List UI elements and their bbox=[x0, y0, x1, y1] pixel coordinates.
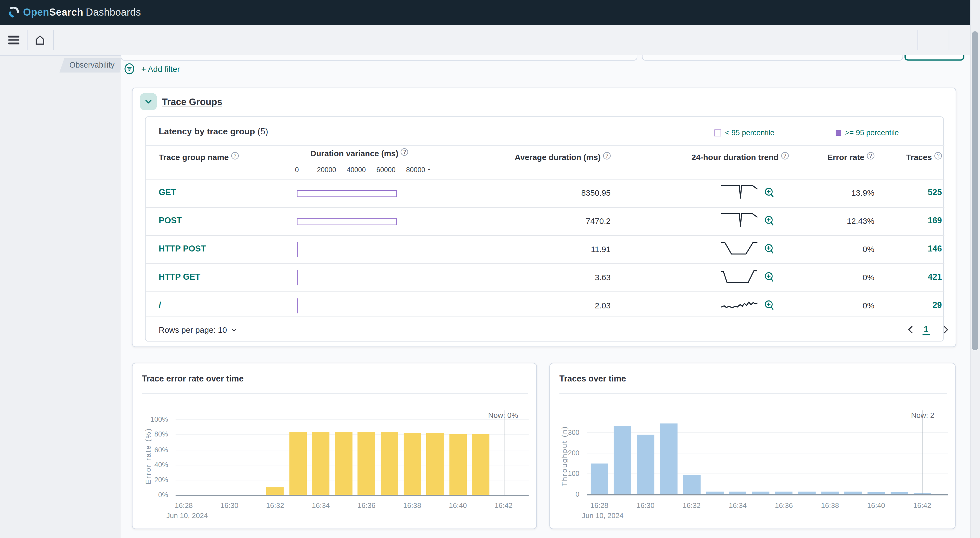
magnify-trend-icon[interactable] bbox=[764, 300, 775, 311]
trace-group-link[interactable]: HTTP POST bbox=[159, 244, 206, 253]
avg-duration-value: 8350.95 bbox=[483, 188, 611, 198]
variance-axis-tick: 60000 bbox=[376, 166, 395, 173]
chevron-down-icon bbox=[231, 326, 238, 333]
x-tick-label: 16:36 bbox=[357, 501, 375, 509]
legend-label: >= 95 percentile bbox=[845, 128, 899, 137]
table-row: /2.030%29 bbox=[146, 291, 945, 319]
divider bbox=[917, 30, 918, 50]
col-average-duration[interactable]: Average duration (ms)? bbox=[483, 152, 611, 162]
opensearch-dashboards-app: OpenSearchDashboards ObservabilityTrace … bbox=[0, 0, 980, 538]
trace-groups-title-link[interactable]: Trace Groups bbox=[162, 96, 222, 107]
chart-bar bbox=[798, 492, 816, 494]
info-icon[interactable]: ? bbox=[867, 152, 874, 159]
col-duration-variance[interactable]: Duration variance (ms)? bbox=[297, 148, 422, 158]
trace-group-link[interactable]: HTTP GET bbox=[159, 272, 200, 281]
gridline bbox=[587, 432, 948, 433]
next-page-button[interactable] bbox=[940, 324, 951, 335]
variance-zero-bar bbox=[297, 298, 298, 313]
divider bbox=[142, 394, 528, 394]
x-tick-label: 16:30 bbox=[636, 501, 655, 509]
traces-count-link[interactable]: 421 bbox=[896, 272, 942, 281]
info-icon[interactable]: ? bbox=[603, 152, 611, 159]
scrollbar-thumb[interactable] bbox=[972, 31, 978, 350]
table-row: HTTP POST11.910%146 bbox=[146, 235, 945, 263]
x-tick-label: 16:32 bbox=[682, 501, 700, 509]
search-input[interactable] bbox=[121, 55, 637, 61]
page-number[interactable]: 1 bbox=[923, 324, 930, 335]
y-tick-label: 200 bbox=[554, 449, 579, 457]
traces-count-link[interactable]: 29 bbox=[896, 300, 942, 310]
collapse-chevron-button[interactable] bbox=[140, 93, 157, 110]
trace-group-link[interactable]: / bbox=[159, 300, 161, 310]
x-tick-label: 16:42 bbox=[913, 501, 931, 509]
trace-group-link[interactable]: POST bbox=[159, 216, 182, 225]
latency-table-panel: Latency by trace group (5) < 95 percenti… bbox=[145, 116, 943, 342]
traces-count-link[interactable]: 146 bbox=[896, 244, 942, 253]
info-icon[interactable]: ? bbox=[231, 152, 239, 159]
legend-lt95: < 95 percentile bbox=[714, 128, 775, 137]
add-filter-button[interactable]: + Add filter bbox=[142, 64, 180, 73]
filter-icon[interactable] bbox=[124, 63, 135, 74]
chart-bar bbox=[312, 432, 329, 495]
y-tick-label: 20% bbox=[143, 476, 168, 483]
now-marker-line bbox=[922, 410, 923, 494]
chart-bar bbox=[660, 423, 677, 494]
info-icon[interactable]: ? bbox=[401, 148, 408, 156]
col-duration-trend[interactable]: 24-hour duration trend? bbox=[678, 152, 803, 162]
variance-axis-tick: 40000 bbox=[347, 166, 366, 173]
breadcrumb-observability[interactable]: Observability bbox=[59, 58, 124, 73]
chart-bar bbox=[358, 432, 375, 495]
chart-bar bbox=[890, 492, 908, 494]
logo-text: OpenSearchDashboards bbox=[23, 7, 141, 18]
chart-bar bbox=[706, 492, 724, 494]
avg-duration-value: 3.63 bbox=[483, 273, 611, 282]
table-row: HTTP GET3.630%421 bbox=[146, 263, 945, 291]
chart-bar bbox=[867, 492, 885, 494]
now-marker-line bbox=[504, 410, 504, 495]
y-tick-label: 0% bbox=[143, 491, 168, 498]
info-icon[interactable]: ? bbox=[934, 152, 942, 159]
chart-title: Traces over time bbox=[560, 374, 626, 383]
prev-page-button[interactable] bbox=[905, 324, 916, 335]
error-rate-value: 0% bbox=[821, 301, 875, 310]
error-rate-value: 0% bbox=[821, 245, 875, 254]
chart-bar bbox=[614, 426, 631, 494]
chart-bar bbox=[637, 435, 654, 494]
x-tick-label: 16:38 bbox=[821, 501, 839, 509]
app-header: OpenSearchDashboards bbox=[0, 0, 980, 25]
traces-count-link[interactable]: 169 bbox=[896, 216, 942, 225]
variance-axis-tick: 0 bbox=[295, 166, 299, 173]
chart-bar bbox=[590, 464, 608, 494]
magnify-trend-icon[interactable] bbox=[764, 243, 775, 254]
legend-swatch-filled bbox=[835, 130, 842, 136]
magnify-trend-icon[interactable] bbox=[764, 187, 775, 198]
y-tick-label: 80% bbox=[143, 431, 168, 438]
col-trace-group-name[interactable]: Trace group name? bbox=[159, 152, 239, 162]
info-icon[interactable]: ? bbox=[781, 152, 788, 159]
y-tick-label: 0 bbox=[554, 490, 579, 498]
duration-trend-sparkline bbox=[721, 184, 758, 200]
traces-count-link[interactable]: 525 bbox=[896, 188, 942, 197]
col-error-rate[interactable]: Error rate? bbox=[821, 152, 875, 162]
sort-desc-icon[interactable]: ↓ bbox=[427, 162, 431, 172]
date-label: Jun 10, 2024 bbox=[582, 512, 624, 519]
chart-bar bbox=[821, 492, 838, 494]
col-traces[interactable]: Traces? bbox=[896, 152, 942, 162]
chart-bar bbox=[729, 492, 746, 494]
pagination-row: Rows per page: 10 1 bbox=[146, 317, 945, 343]
magnify-trend-icon[interactable] bbox=[764, 215, 775, 226]
variance-axis-tick: 80000 bbox=[406, 166, 425, 173]
x-tick-label: 16:32 bbox=[266, 501, 284, 509]
menu-icon[interactable] bbox=[8, 35, 19, 44]
magnify-trend-icon[interactable] bbox=[764, 271, 775, 283]
table-count: (5) bbox=[258, 126, 268, 137]
rows-per-page-selector[interactable]: Rows per page: 10 bbox=[159, 326, 238, 335]
opensearch-logo[interactable]: OpenSearchDashboards bbox=[8, 7, 141, 18]
now-label: Now: 0% bbox=[462, 411, 518, 420]
home-icon[interactable] bbox=[35, 35, 46, 46]
update-button[interactable] bbox=[904, 55, 964, 61]
date-picker[interactable] bbox=[642, 55, 903, 61]
divider bbox=[949, 30, 950, 50]
chart-bar bbox=[775, 492, 793, 494]
trace-group-link[interactable]: GET bbox=[159, 188, 176, 197]
